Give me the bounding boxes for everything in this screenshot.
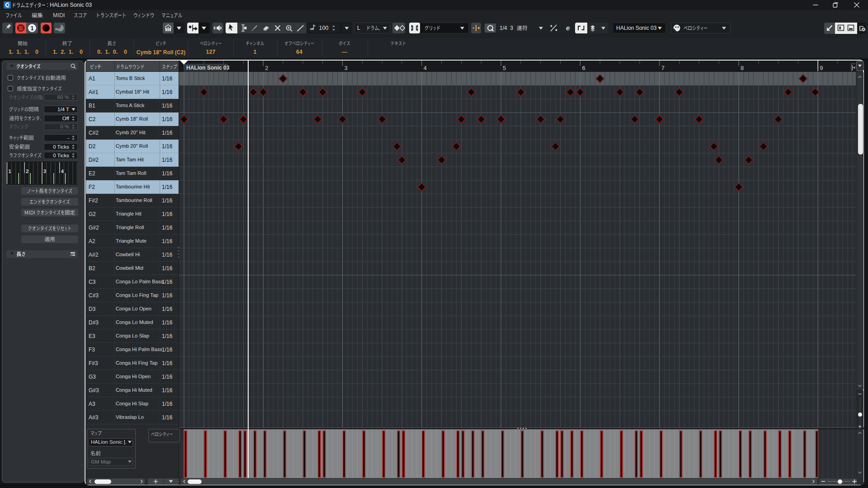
svg-text:4: 4 — [61, 169, 64, 174]
svg-text:5: 5 — [503, 65, 506, 71]
svg-text:6: 6 — [582, 65, 585, 71]
svg-text:1: 1 — [9, 169, 11, 174]
svg-text:3: 3 — [344, 65, 348, 71]
svg-text:HALion Sonic 03: HALion Sonic 03 — [186, 65, 230, 71]
svg-text:2: 2 — [26, 169, 28, 174]
svg-text:7: 7 — [661, 65, 665, 71]
svg-text:2: 2 — [265, 65, 268, 71]
svg-text:4: 4 — [424, 65, 427, 71]
svg-text:8: 8 — [741, 65, 744, 71]
svg-text:9: 9 — [820, 65, 823, 71]
svg-text:3: 3 — [43, 169, 46, 174]
